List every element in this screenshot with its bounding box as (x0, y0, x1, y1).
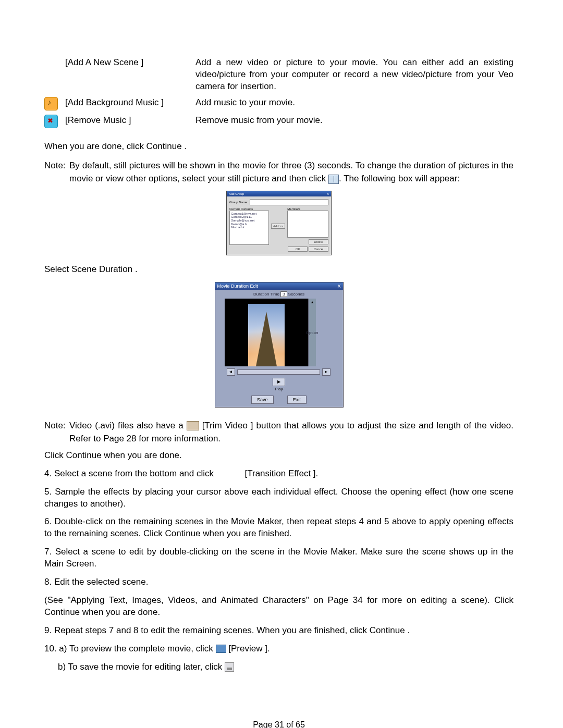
preview-image (225, 299, 308, 366)
step-10a: 10. a) To preview the complete movie, cl… (44, 643, 513, 655)
slider-back-button[interactable]: ◄ (227, 368, 235, 376)
save-button[interactable]: Save (251, 396, 274, 404)
list-item[interactable]: Demo@a.b (231, 223, 267, 226)
row-desc: Remove music from your movie. (195, 113, 513, 130)
play-label: Play (275, 387, 283, 391)
dialog-titlebar: Movie Duration Edit X (215, 282, 343, 290)
row-desc: Add music to your movie. (195, 95, 513, 113)
duration-spinner[interactable]: 3 (280, 291, 287, 297)
delete-button[interactable]: Delete (309, 239, 328, 244)
group-name-label: Group Name: (229, 201, 248, 204)
row-label: [Remove Music ] (65, 113, 195, 130)
note-default-duration: Note: By default, still pictures will be… (44, 159, 513, 186)
ok-button[interactable]: OK (288, 246, 308, 252)
step-6: 6. Double-click on the remaining scenes … (44, 516, 513, 540)
contacts-list[interactable]: Contact1@xyz.net Contact2@111 Sample@xyz… (229, 211, 269, 245)
list-item[interactable]: Contact2@111 (231, 215, 267, 219)
play-button[interactable]: ▶ (273, 378, 285, 386)
members-list[interactable] (287, 211, 328, 238)
trim-video-icon (187, 421, 199, 430)
row-label: [Add Background Music ] (65, 95, 195, 113)
add-group-dialog: Add Group X Group Name: Current Contacts… (226, 191, 332, 255)
button-descriptions-table: [Add A New Scene ] Add a new video or pi… (44, 55, 513, 130)
option-label[interactable]: Option (306, 330, 319, 335)
note-label: Note: (44, 419, 66, 433)
step-8b: (See "Applying Text, Images, Videos, and… (44, 595, 513, 619)
step-10b: b) To save the movie for editing later, … (44, 661, 513, 673)
group-name-input[interactable] (250, 199, 328, 205)
remove-icon (44, 115, 58, 128)
note-trim-video: Note: Video (.avi) files also have a [Tr… (44, 419, 513, 446)
list-item[interactable]: Misc addr (231, 226, 267, 229)
done-paragraph: When you are done, click Continue . (44, 141, 513, 153)
step-7: 7. Select a scene to edit by double-clic… (44, 546, 513, 570)
save-disk-icon (225, 662, 234, 672)
list-item[interactable]: Sample@xyz.net (231, 219, 267, 223)
row-desc: Add a new video or picture to your movie… (195, 55, 513, 95)
duration-edit-dialog: Movie Duration Edit X Duration Time 3 Se… (215, 282, 344, 408)
step-4: 4. Select a scene from the bottom and cl… (44, 468, 513, 480)
close-icon[interactable]: X (327, 192, 329, 195)
options-grid-icon (328, 175, 339, 184)
row-label: [Add A New Scene ] (65, 55, 195, 95)
music-icon (44, 97, 58, 110)
page-footer: Page 31 of 65 (44, 720, 513, 728)
preview-icon (216, 645, 226, 653)
step-5: 5. Sample the effects by placing your cu… (44, 486, 513, 510)
select-scene-text: Select Scene Duration . (44, 264, 513, 276)
add-to-group-button[interactable]: Add >> (271, 224, 285, 229)
close-icon[interactable]: X (337, 283, 340, 289)
step-8: 8. Edit the selected scene. (44, 576, 513, 588)
list-item[interactable]: Contact1@xyz.net (231, 212, 267, 216)
cancel-button[interactable]: Cancel (309, 246, 328, 252)
click-continue-text: Click Continue when you are done. (44, 450, 513, 462)
slider-track[interactable] (237, 369, 320, 375)
dialog-titlebar: Add Group X (227, 191, 331, 196)
step-9: 9. Repeat steps 7 and 8 to edit the rema… (44, 625, 513, 637)
exit-button[interactable]: Exit (287, 396, 307, 404)
rail-up-icon[interactable]: ▴ (311, 300, 313, 304)
note-label: Note: (44, 159, 66, 172)
slider-fwd-button[interactable]: ► (322, 368, 331, 376)
